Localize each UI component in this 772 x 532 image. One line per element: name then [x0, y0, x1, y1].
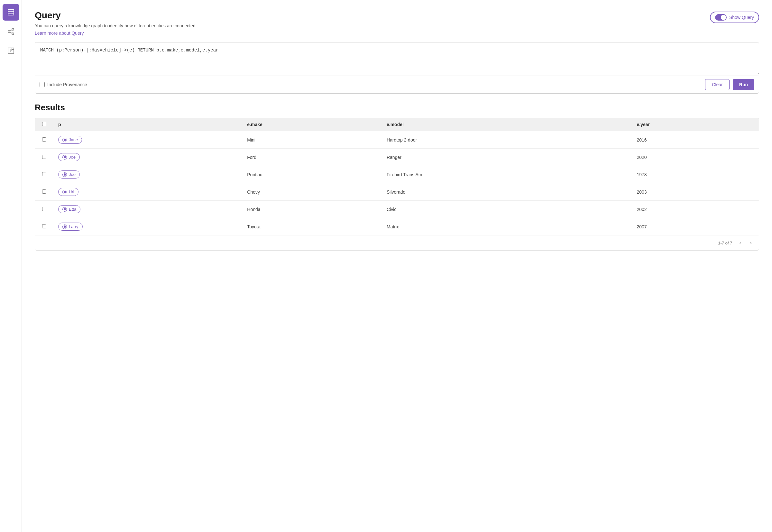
entity-pill-dot-inner — [64, 191, 66, 193]
cell-e_make: Chevy — [242, 183, 381, 201]
show-query-label: Show Query — [729, 15, 754, 20]
row-checkbox[interactable] — [42, 172, 46, 176]
learn-more-link[interactable]: Learn more about Query — [35, 31, 84, 36]
entity-pill-dot-inner — [64, 173, 66, 176]
row-checkbox-cell — [35, 201, 53, 218]
cell-e_model: Firebird Trans Am — [381, 166, 631, 183]
cell-e_year: 2016 — [631, 131, 759, 149]
cell-e_year: 2003 — [631, 183, 759, 201]
cell-p: Etta — [53, 201, 242, 218]
row-checkbox[interactable] — [42, 224, 46, 228]
sidebar-item-table[interactable] — [3, 4, 19, 21]
row-checkbox-cell — [35, 166, 53, 183]
entity-pill-label: Joe — [69, 172, 76, 177]
row-checkbox[interactable] — [42, 207, 46, 211]
cell-e_model: Hardtop 2-door — [381, 131, 631, 149]
entity-pill-dot-inner — [64, 208, 66, 210]
cell-p: Larry — [53, 218, 242, 235]
next-page-button[interactable]: › — [748, 239, 754, 246]
results-tbody: JaneMiniHardtop 2-door2016JoeFordRanger2… — [35, 131, 759, 235]
entity-pill-label: Uri — [69, 189, 74, 194]
entity-pill-dot — [62, 155, 67, 160]
svg-point-5 — [8, 31, 10, 32]
svg-point-6 — [12, 33, 14, 35]
results-table-container: p e.make e.model e.year JaneMiniHardtop … — [35, 118, 759, 251]
cell-p: Joe — [53, 166, 242, 183]
cell-e_make: Honda — [242, 201, 381, 218]
entity-pill-dot-inner — [64, 225, 66, 228]
query-box: MATCH (p:Person)-[:HasVehicle]->(e) RETU… — [35, 42, 759, 94]
row-checkbox-cell — [35, 218, 53, 235]
prev-page-button[interactable]: ‹ — [737, 239, 743, 246]
clear-button[interactable]: Clear — [705, 79, 729, 90]
col-eyear: e.year — [631, 118, 759, 131]
entity-pill[interactable]: Larry — [58, 223, 83, 231]
table-row: JoeFordRanger2020 — [35, 149, 759, 166]
cell-e_model: Silverado — [381, 183, 631, 201]
cell-e_year: 1978 — [631, 166, 759, 183]
entity-pill[interactable]: Uri — [58, 188, 78, 196]
entity-pill[interactable]: Jane — [58, 136, 82, 144]
show-query-toggle[interactable]: Show Query — [710, 12, 759, 23]
main-content: Query You can query a knowledge graph to… — [22, 0, 772, 532]
cell-e_make: Toyota — [242, 218, 381, 235]
row-checkbox[interactable] — [42, 155, 46, 159]
header-row-tr: p e.make e.model e.year — [35, 118, 759, 131]
col-p: p — [53, 118, 242, 131]
table-footer: 1-7 of 7 ‹ › — [35, 235, 759, 250]
entity-pill-label: Larry — [69, 224, 78, 229]
entity-pill-dot — [62, 225, 67, 229]
page-title: Query — [35, 10, 197, 21]
table-header: p e.make e.model e.year — [35, 118, 759, 131]
results-title: Results — [35, 103, 759, 113]
sidebar — [0, 0, 22, 532]
table-row: LarryToyotaMatrix2007 — [35, 218, 759, 235]
include-provenance-checkbox[interactable] — [40, 82, 45, 87]
select-all-checkbox[interactable] — [42, 122, 46, 126]
cell-e_make: Mini — [242, 131, 381, 149]
cell-e_year: 2002 — [631, 201, 759, 218]
run-button[interactable]: Run — [733, 79, 754, 90]
entity-pill-label: Joe — [69, 155, 76, 160]
svg-line-7 — [10, 32, 12, 33]
svg-point-4 — [12, 28, 14, 30]
row-checkbox-cell — [35, 149, 53, 166]
include-provenance-label[interactable]: Include Provenance — [40, 82, 87, 87]
entity-pill-dot — [62, 207, 67, 212]
page-description: You can query a knowledge graph to ident… — [35, 23, 197, 28]
row-checkbox-cell — [35, 183, 53, 201]
edit-icon — [7, 47, 15, 55]
svg-line-8 — [10, 30, 12, 31]
col-checkbox — [35, 118, 53, 131]
app-layout: Query You can query a knowledge graph to… — [0, 0, 772, 532]
entity-pill[interactable]: Joe — [58, 153, 80, 161]
cell-e_model: Ranger — [381, 149, 631, 166]
entity-pill[interactable]: Etta — [58, 205, 80, 213]
cell-p: Joe — [53, 149, 242, 166]
cell-p: Uri — [53, 183, 242, 201]
query-textarea[interactable]: MATCH (p:Person)-[:HasVehicle]->(e) RETU… — [35, 42, 759, 75]
query-footer: Include Provenance Clear Run — [35, 76, 759, 93]
table-row: EttaHondaCivic2002 — [35, 201, 759, 218]
header-left: Query You can query a knowledge graph to… — [35, 10, 197, 36]
table-row: UriChevySilverado2003 — [35, 183, 759, 201]
cell-e_model: Matrix — [381, 218, 631, 235]
entity-pill-dot — [62, 190, 67, 194]
row-checkbox[interactable] — [42, 137, 46, 142]
table-row: JaneMiniHardtop 2-door2016 — [35, 131, 759, 149]
entity-pill-dot — [62, 138, 67, 142]
entity-pill-dot-inner — [64, 156, 66, 158]
entity-pill-dot-inner — [64, 139, 66, 141]
entity-pill[interactable]: Joe — [58, 170, 80, 179]
table-icon — [7, 8, 15, 16]
cell-e_make: Ford — [242, 149, 381, 166]
col-emodel: e.model — [381, 118, 631, 131]
header-row: Query You can query a knowledge graph to… — [35, 10, 759, 36]
sidebar-item-share[interactable] — [3, 23, 19, 40]
cell-e_model: Civic — [381, 201, 631, 218]
toggle-switch — [715, 14, 727, 21]
sidebar-item-edit[interactable] — [3, 42, 19, 59]
cell-e_year: 2020 — [631, 149, 759, 166]
row-checkbox[interactable] — [42, 189, 46, 194]
query-actions: Clear Run — [705, 79, 754, 90]
